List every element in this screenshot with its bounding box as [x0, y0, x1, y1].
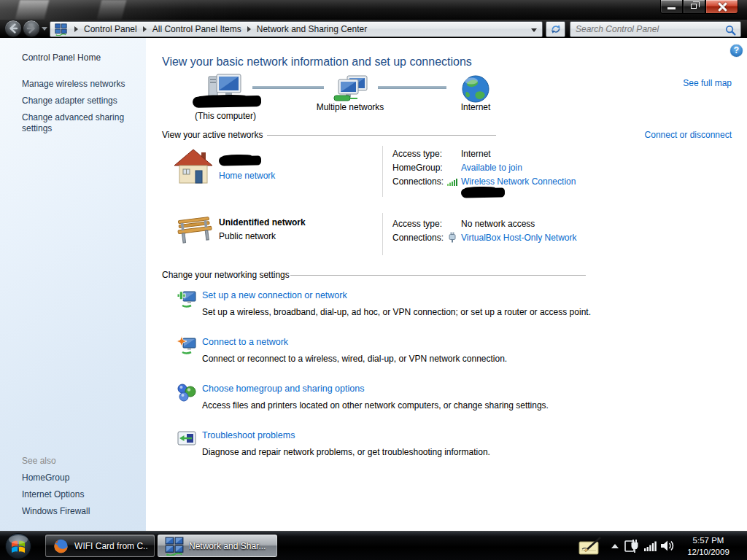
public-network-type: Public network	[219, 231, 276, 241]
taskbar-button-network-sharing[interactable]: Network and Shar...	[158, 534, 277, 557]
choose-homegroup-desc: Access files and printers located on oth…	[202, 400, 549, 411]
sidebar-item-control-panel-home[interactable]: Control Panel Home	[22, 52, 101, 63]
connect-to-network-desc: Connect or reconnect to a wireless, wire…	[202, 354, 507, 364]
main-content: ? View your basic network information an…	[146, 38, 747, 531]
window-controls	[660, 0, 738, 14]
title-bar	[0, 0, 747, 20]
firefox-icon	[53, 537, 69, 555]
breadcrumb-separator-icon	[74, 26, 78, 32]
address-dropdown-icon[interactable]	[531, 28, 537, 32]
see-also-heading: See also	[22, 456, 56, 466]
sidebar-item-internet-options[interactable]: Internet Options	[22, 489, 84, 499]
connections-label: Connections:	[392, 176, 444, 187]
troubleshoot-icon	[177, 429, 197, 449]
address-bar[interactable]: Control Panel All Control Panel Items Ne…	[50, 21, 543, 37]
row-divider	[382, 213, 383, 255]
virtual-adapter-icon	[448, 232, 457, 243]
forward-button[interactable]	[23, 20, 40, 37]
choose-homegroup-link[interactable]: Choose homegroup and sharing options	[202, 384, 364, 394]
homegroup-available-link[interactable]: Available to join	[461, 163, 522, 173]
home-network-icon[interactable]	[174, 148, 213, 186]
restore-icon	[691, 4, 697, 9]
minimize-icon	[667, 7, 676, 9]
internet-label: Internet	[443, 102, 508, 112]
wifi-tray-icon[interactable]	[644, 541, 657, 551]
sidebar-item-windows-firewall[interactable]: Windows Firewall	[22, 506, 90, 516]
network-icon	[165, 537, 184, 556]
search-icon[interactable]	[725, 25, 736, 36]
new-connection-icon	[177, 289, 197, 309]
help-icon[interactable]: ?	[730, 44, 743, 57]
section-rule	[267, 135, 496, 136]
unidentified-network-name: Unidentified network	[219, 217, 306, 228]
sidebar-item-change-adapter[interactable]: Change adapter settings	[22, 96, 117, 106]
breadcrumb-item-control-panel[interactable]: Control Panel	[84, 24, 137, 34]
breadcrumb-separator-icon	[143, 26, 147, 32]
multiple-networks-label: Multiple networks	[303, 102, 398, 112]
show-hidden-icons-button[interactable]	[611, 544, 619, 548]
clock[interactable]: 5:57 PM 12/10/2009	[674, 534, 743, 558]
map-connector-line	[252, 86, 324, 89]
sidebar-item-advanced-sharing[interactable]: Change advanced sharing settings	[22, 112, 133, 134]
wifi-signal-icon	[447, 178, 458, 186]
troubleshoot-link[interactable]: Troubleshoot problems	[202, 430, 295, 440]
virtualbox-connection-link[interactable]: VirtualBox Host-Only Network	[461, 233, 577, 243]
home-network-type-link[interactable]: Home network	[219, 171, 275, 181]
connect-or-disconnect-link[interactable]: Connect or disconnect	[645, 130, 732, 140]
sidebar-item-manage-wireless[interactable]: Manage wireless networks	[22, 79, 125, 89]
recent-pages-dropdown[interactable]	[42, 27, 47, 31]
page-title: View your basic network information and …	[162, 55, 472, 69]
connect-network-icon	[177, 335, 197, 356]
search-input[interactable]	[576, 24, 723, 34]
setup-connection-link[interactable]: Set up a new connection or network	[202, 290, 347, 300]
forward-arrow-icon	[23, 20, 39, 36]
refresh-button[interactable]	[546, 21, 565, 37]
wireless-connection-link[interactable]: Wireless Network Connection	[461, 176, 576, 187]
see-full-map-link[interactable]: See full map	[683, 78, 732, 88]
taskbar-button-firefox[interactable]: WIFI Card from C...	[45, 534, 155, 557]
tablet-input-tray-icon[interactable]	[578, 537, 603, 556]
access-type-label: Access type:	[392, 149, 442, 159]
window-body: Control Panel Home Manage wireless netwo…	[0, 38, 747, 531]
sidebar: Control Panel Home Manage wireless netwo…	[0, 38, 146, 531]
network-sharing-center-icon	[55, 23, 67, 36]
homegroup-icon	[177, 382, 197, 402]
close-icon	[717, 2, 727, 11]
safely-remove-hardware-icon[interactable]	[624, 538, 639, 554]
map-connector-line	[378, 86, 446, 89]
connections-label: Connections:	[392, 233, 444, 243]
public-network-bench-icon[interactable]	[174, 214, 216, 245]
connect-to-network-link[interactable]: Connect to a network	[202, 337, 288, 347]
multiple-networks-icon[interactable]	[331, 74, 369, 105]
section-rule	[290, 275, 586, 276]
troubleshoot-desc: Diagnose and repair network problems, or…	[202, 447, 490, 457]
clock-date: 12/10/2009	[674, 546, 743, 558]
taskbar-button-label: WIFI Card from C...	[74, 541, 147, 551]
internet-globe-icon[interactable]	[461, 74, 490, 104]
access-type-value: No network access	[461, 219, 535, 229]
breadcrumb-item-network-sharing[interactable]: Network and Sharing Center	[257, 24, 367, 34]
breadcrumb-item-all-items[interactable]: All Control Panel Items	[152, 24, 241, 34]
clock-time: 5:57 PM	[674, 534, 743, 546]
breadcrumb-separator-icon	[247, 26, 251, 32]
redacted-ssid	[461, 187, 505, 198]
sidebar-item-homegroup[interactable]: HomeGroup	[22, 472, 69, 483]
glass-reflection	[15, 0, 50, 20]
refresh-icon	[550, 23, 562, 35]
settings-heading: Change your networking settings	[162, 270, 290, 280]
restore-button[interactable]	[683, 0, 705, 14]
back-arrow-icon	[5, 20, 21, 36]
minimize-button[interactable]	[660, 0, 683, 14]
taskbar-button-label: Network and Shar...	[189, 541, 266, 551]
access-type-value: Internet	[461, 149, 491, 159]
taskbar: WIFI Card from C... Network and Shar...	[0, 531, 747, 560]
volume-tray-icon[interactable]	[660, 540, 674, 552]
back-button[interactable]	[4, 20, 22, 37]
breadcrumb: Control Panel All Control Panel Items Ne…	[69, 24, 367, 34]
close-button[interactable]	[705, 0, 738, 14]
search-box[interactable]	[570, 21, 741, 37]
start-button[interactable]	[4, 532, 32, 560]
this-computer-caption: (This computer)	[171, 111, 280, 121]
active-networks-heading: View your active networks	[162, 130, 263, 140]
homegroup-label: HomeGroup:	[392, 163, 443, 173]
